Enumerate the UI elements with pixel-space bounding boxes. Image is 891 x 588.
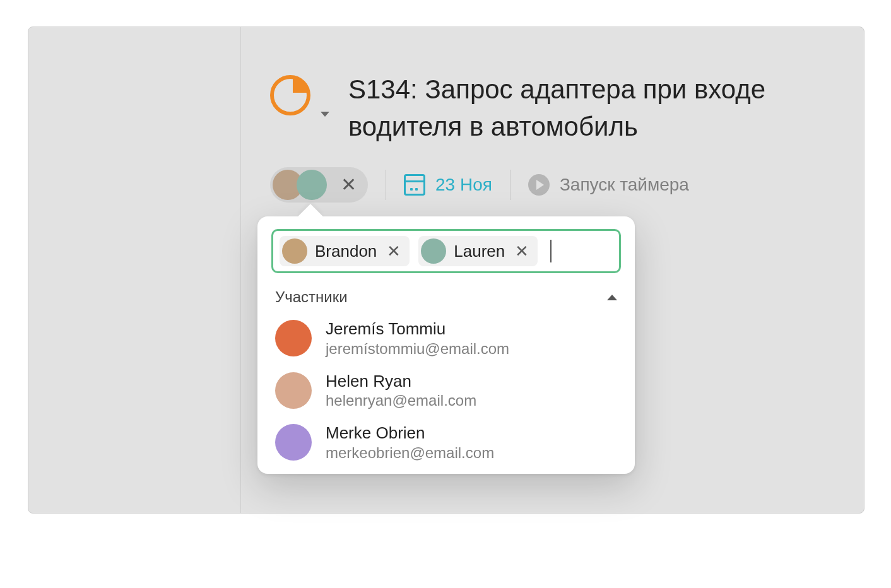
divider bbox=[386, 170, 386, 200]
person-email: jeremístommiu@email.com bbox=[326, 339, 509, 358]
chip-label: Brandon bbox=[315, 242, 377, 261]
avatar bbox=[275, 320, 312, 356]
panel-sidebar bbox=[28, 27, 241, 513]
remove-chip-icon[interactable]: ✕ bbox=[512, 242, 531, 261]
people-picker-option[interactable]: Helen Ryan helenryan@email.com bbox=[271, 365, 621, 417]
person-name: Merke Obrien bbox=[326, 423, 494, 444]
avatar bbox=[421, 238, 446, 264]
people-picker-option[interactable]: Merke Obrien merkeobrien@email.com bbox=[271, 416, 621, 469]
due-date-button[interactable]: 23 Ноя bbox=[404, 174, 492, 196]
status-chevron-icon[interactable] bbox=[321, 112, 329, 117]
people-picker-popover: Brandon ✕ Lauren ✕ Участники Jeremís Tom… bbox=[257, 216, 635, 474]
status-indicator[interactable] bbox=[270, 75, 310, 115]
text-cursor bbox=[550, 240, 552, 262]
due-date-label: 23 Ноя bbox=[435, 175, 492, 195]
avatar bbox=[282, 238, 307, 264]
assignee-chip[interactable]: Brandon ✕ bbox=[280, 236, 410, 266]
timer-label: Запуск таймера bbox=[560, 175, 689, 195]
person-name: Jeremís Tommiu bbox=[326, 319, 509, 339]
people-picker-input[interactable]: Brandon ✕ Lauren ✕ bbox=[271, 229, 621, 273]
avatar bbox=[297, 170, 327, 200]
people-picker-option[interactable]: Jeremís Tommiu jeremístommiu@email.com bbox=[271, 312, 621, 365]
play-icon bbox=[528, 174, 550, 196]
avatar bbox=[275, 424, 312, 461]
task-title: S134: Запрос адаптера при входе водителя… bbox=[348, 71, 839, 146]
divider bbox=[510, 170, 510, 200]
person-name: Helen Ryan bbox=[326, 371, 476, 392]
person-email: merkeobrien@email.com bbox=[326, 444, 494, 462]
assignee-chip[interactable]: Lauren ✕ bbox=[418, 236, 538, 266]
section-label: Участники bbox=[275, 288, 348, 306]
avatar bbox=[275, 372, 312, 409]
chip-label: Lauren bbox=[454, 242, 505, 261]
start-timer-button[interactable]: Запуск таймера bbox=[528, 174, 689, 196]
clear-assignees-icon[interactable]: ✕ bbox=[341, 173, 357, 196]
collapse-section-icon[interactable] bbox=[607, 295, 617, 300]
assignees-chip[interactable]: ✕ bbox=[270, 167, 368, 203]
remove-chip-icon[interactable]: ✕ bbox=[384, 242, 403, 261]
person-email: helenryan@email.com bbox=[326, 391, 476, 410]
calendar-icon bbox=[404, 174, 425, 196]
